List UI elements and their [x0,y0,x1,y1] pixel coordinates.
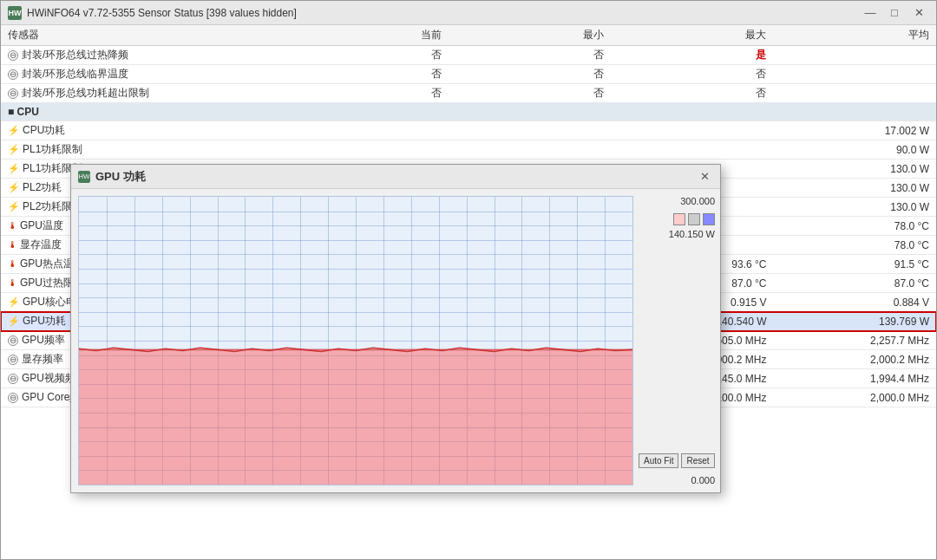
modal-close-button[interactable]: ✕ [696,169,713,185]
bolt-icon: ⚡ [8,144,20,155]
main-window: HW HWiNFO64 v7.72-5355 Sensor Status [39… [0,0,937,560]
modal-body: 300.000 140.150 W Auto Fit Reset [71,189,720,492]
sensor-avg: 78.0 °C [773,217,936,236]
sensor-min: 否 [449,84,611,103]
sensor-current [285,121,448,140]
sensor-label: ⊖封装/环形总线临界温度 [1,65,285,84]
minimize-button[interactable]: — [860,4,881,22]
auto-fit-button[interactable]: Auto Fit [639,453,678,468]
bolt-icon: ⚡ [8,316,20,327]
sensor-current [285,140,448,160]
sensor-current: 否 [285,65,448,84]
sensor-avg: 130.0 W [773,198,936,217]
minus-icon: ⊖ [8,355,18,365]
modal-title: GPU 功耗 [95,169,146,185]
sensor-avg [773,46,936,65]
reset-button[interactable]: Reset [681,453,714,468]
swatch-gray[interactable] [688,213,700,225]
sensor-current: 否 [285,46,448,65]
sensor-avg [773,84,936,103]
sensor-avg: 91.5 °C [773,255,936,274]
sensor-max: 否 [611,84,773,103]
thermometer-icon: 🌡 [8,258,17,269]
sensor-table-wrapper: 传感器 当前 最小 最大 平均 ⊖封装/环形总线过热降频否否是⊖封装/环形总线临… [1,25,936,559]
close-button[interactable]: ✕ [908,4,929,22]
title-bar: HW HWiNFO64 v7.72-5355 Sensor Status [39… [1,1,936,25]
minus-icon: ⊖ [8,335,18,346]
header-current: 当前 [285,25,448,46]
bolt-icon: ⚡ [8,182,20,193]
bolt-icon: ⚡ [8,296,20,308]
sensor-label: ⊖封装/环形总线功耗超出限制 [1,84,285,103]
maximize-button[interactable]: □ [884,4,905,22]
table-row[interactable]: ⊖封装/环形总线过热降频否否是 [1,46,936,65]
modal-app-icon: HW [78,171,90,183]
modal-sidebar: 300.000 140.150 W Auto Fit Reset [633,189,720,492]
minus-icon: ⊖ [8,50,18,61]
sensor-min [449,140,611,160]
minus-icon: ⊖ [8,69,18,80]
sensor-max: 否 [611,65,773,84]
sensor-min: 否 [449,65,611,84]
sensor-max [611,140,773,160]
table-row[interactable]: ■ CPU [1,103,936,121]
table-row[interactable]: ⊖封装/环形总线临界温度否否否 [1,65,936,84]
window-title: HWiNFO64 v7.72-5355 Sensor Status [398 v… [27,7,297,19]
table-row[interactable]: ⚡PL1功耗限制90.0 W [1,140,936,160]
chart-line-svg [79,197,632,485]
minus-icon: ⊖ [8,88,18,99]
swatch-pink[interactable] [673,213,685,225]
sensor-min [449,121,611,140]
bolt-icon: ⚡ [8,125,20,136]
chart-min-value: 0.000 [639,475,715,485]
sensor-avg: 78.0 °C [773,236,936,255]
sensor-avg: 2,257.7 MHz [773,331,936,350]
sidebar-spacer [639,243,715,443]
chart-max-value: 300.000 [639,196,715,206]
bolt-icon: ⚡ [8,163,20,174]
sensor-avg: 17.002 W [773,121,936,140]
table-row[interactable]: ⊖封装/环形总线功耗超出限制否否否 [1,84,936,103]
swatch-blue[interactable] [703,213,715,225]
color-swatches [639,213,715,225]
header-min: 最小 [449,25,611,46]
sensor-avg: 0.884 V [773,293,936,312]
sensor-avg: 139.769 W [773,312,936,331]
thermometer-icon: 🌡 [8,277,17,288]
sensor-avg: 130.0 W [773,160,936,179]
table-header-row: 传感器 当前 最小 最大 平均 [1,25,936,46]
chart-mid-value: 140.150 W [639,229,715,239]
gpu-power-modal: HW GPU 功耗 ✕ [70,164,721,493]
sensor-min: 否 [449,46,611,65]
thermometer-icon: 🌡 [8,220,17,231]
sensor-label: ⊖封装/环形总线过热降频 [1,46,285,65]
sensor-label: ⚡PL1功耗限制 [1,140,285,160]
sensor-avg: 1,994.4 MHz [773,369,936,388]
table-row[interactable]: ⚡CPU功耗17.002 W [1,121,936,140]
app-icon: HW [8,6,22,20]
header-sensor: 传感器 [1,25,285,46]
sensor-max [611,121,773,140]
chart-area [78,196,633,485]
sensor-avg [773,65,936,84]
sensor-avg: 130.0 W [773,179,936,198]
modal-title-left: HW GPU 功耗 [78,169,146,185]
sensor-label: ⚡CPU功耗 [1,121,285,140]
header-avg: 平均 [773,25,936,46]
sensor-avg: 2,000.0 MHz [773,388,936,407]
title-bar-left: HW HWiNFO64 v7.72-5355 Sensor Status [39… [8,6,297,20]
sensor-current: 否 [285,84,448,103]
sensor-avg: 2,000.2 MHz [773,350,936,369]
modal-title-bar: HW GPU 功耗 ✕ [71,165,720,189]
header-max: 最大 [611,25,773,46]
sensor-max: 是 [611,46,773,65]
thermometer-icon: 🌡 [8,239,17,250]
title-buttons: — □ ✕ [860,4,929,22]
sensor-avg: 87.0 °C [773,274,936,293]
sensor-avg: 90.0 W [773,140,936,160]
sidebar-buttons: Auto Fit Reset [639,453,715,468]
minus-icon: ⊖ [8,374,18,384]
section-label: ■ CPU [1,103,936,121]
bolt-icon: ⚡ [8,201,20,212]
minus-icon: ⊖ [8,393,18,403]
